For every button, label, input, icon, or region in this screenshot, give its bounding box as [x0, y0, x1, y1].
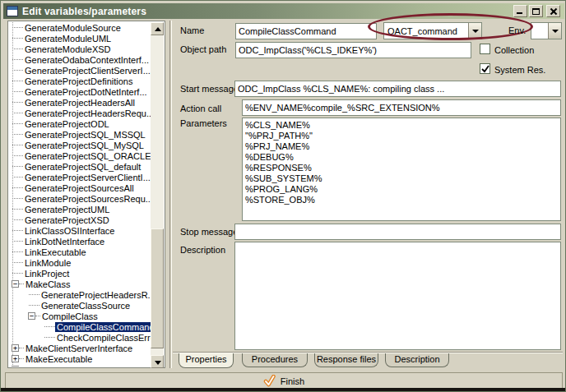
- tree-item-label: GenerateProjectClientServerI...: [23, 66, 151, 76]
- tree-item[interactable]: GenerateProjectHeadersR...: [9, 289, 151, 300]
- tree-item[interactable]: GenerateProjectSourcesRequ...: [9, 193, 151, 204]
- minimize-button[interactable]: [513, 5, 527, 17]
- tree-item[interactable]: GenerateModuleSource: [9, 22, 151, 33]
- tree-item-label: MakeClass: [24, 279, 72, 289]
- tree-item-label: LinkExecutable: [23, 247, 88, 257]
- action-call-input[interactable]: [242, 99, 561, 116]
- collection-checkbox[interactable]: [480, 44, 490, 54]
- tree-item[interactable]: LinkDotNetInterface: [9, 236, 151, 247]
- tree-view: GenerateModuleSourceGenerateModuleUMLGen…: [7, 21, 165, 368]
- tree-item[interactable]: LinkModule: [9, 257, 151, 268]
- expand-icon[interactable]: +: [12, 344, 19, 352]
- tree-item-label: MakeModule: [24, 365, 79, 367]
- tree-item[interactable]: −CompileClass: [9, 311, 151, 321]
- tree-connector: [12, 251, 23, 252]
- expand-icon[interactable]: +: [12, 355, 19, 362]
- env-combo[interactable]: [531, 22, 562, 39]
- tree-item[interactable]: +MakeClientServerInterface: [9, 343, 151, 353]
- tree-connector: [12, 166, 23, 167]
- tree-item[interactable]: GenerateProjectDefinitions: [9, 76, 151, 86]
- tree-item[interactable]: GenerateProjectDotNetInterf...: [9, 86, 151, 97]
- dropdown-arrow-icon[interactable]: [548, 23, 561, 39]
- tree-item[interactable]: GenerateProjectSQL_default: [9, 161, 151, 172]
- panel-splitter[interactable]: [169, 21, 172, 368]
- tree-item[interactable]: GenerateProjectHeadersAll: [9, 97, 151, 108]
- tree-item[interactable]: CompileClassCommand: [9, 321, 151, 332]
- maximize-icon: [532, 8, 540, 15]
- description-label: Description: [180, 245, 225, 255]
- start-message-label: Start message: [180, 84, 239, 94]
- expand-icon[interactable]: +: [12, 366, 19, 367]
- tree-item[interactable]: +MakeExecutable: [9, 353, 151, 364]
- scroll-up-button[interactable]: [151, 22, 164, 35]
- tree-item[interactable]: −MakeClass: [9, 279, 151, 289]
- tab-properties[interactable]: Properties: [179, 353, 234, 368]
- tree-item-label: GenerateProjectSQL_MSSQL: [23, 130, 147, 140]
- tree-connector: [12, 38, 23, 39]
- tree-connector: [12, 91, 23, 92]
- tree-connector: [12, 123, 23, 124]
- system-res-checkbox[interactable]: [480, 63, 490, 74]
- tree-item[interactable]: GenerateClassSource: [9, 300, 151, 311]
- tree-connector: [29, 305, 39, 306]
- tree-item[interactable]: GenerateProjectXSD: [9, 214, 151, 225]
- finish-label: Finish: [281, 376, 304, 386]
- tree-item-label: GenerateProjectHeadersRequ...: [23, 108, 151, 118]
- description-textarea[interactable]: [234, 242, 561, 350]
- tree-item-label: LinkProject: [23, 269, 71, 279]
- tree-item[interactable]: GenerateProjectClientServerI...: [9, 65, 151, 76]
- tree-item[interactable]: CheckCompileClassError: [9, 332, 151, 343]
- tree-item-label: LinkModule: [23, 258, 72, 268]
- tree-item[interactable]: GenerateProjectUML: [9, 204, 151, 214]
- dropdown-arrow-icon[interactable]: [468, 23, 481, 39]
- parameters-label: Parameters: [180, 118, 227, 128]
- tree-item[interactable]: GenerateOdabaContextInterf...: [9, 54, 151, 65]
- tree-item[interactable]: LinkClassOSIInterface: [9, 225, 151, 236]
- stop-message-input[interactable]: [234, 224, 561, 240]
- object-path-input[interactable]: [235, 42, 471, 58]
- collapse-icon[interactable]: −: [12, 280, 19, 288]
- name-label: Name: [180, 25, 204, 35]
- tab-description[interactable]: Description: [385, 353, 449, 367]
- scroll-up-icon: [155, 27, 161, 31]
- tree-scrollbar[interactable]: [151, 22, 164, 368]
- tab-procedures[interactable]: Procedures: [242, 353, 308, 367]
- maximize-button[interactable]: [529, 5, 543, 17]
- tree-connector: [12, 48, 23, 49]
- tree-item-label: GenerateProjectSourcesRequ...: [23, 194, 151, 204]
- tree-connector: [12, 102, 23, 103]
- scroll-down-button[interactable]: [151, 355, 164, 368]
- tab-response-files[interactable]: Response files: [314, 353, 378, 367]
- name-input[interactable]: [235, 23, 377, 39]
- tree-item[interactable]: GenerateProjectHeadersRequ...: [9, 108, 151, 118]
- tree-item-label: GenerateProjectDotNetInterf...: [23, 87, 149, 97]
- tree-connector: [12, 262, 23, 263]
- type-combo[interactable]: OACT_command: [383, 22, 482, 39]
- tree-connector: [12, 113, 23, 113]
- tree-item[interactable]: GenerateProjectSQL_MSSQL: [9, 129, 151, 140]
- finish-button[interactable]: Finish: [5, 372, 563, 390]
- start-message-input[interactable]: [234, 81, 561, 97]
- close-button[interactable]: [546, 5, 560, 17]
- tree-item[interactable]: GenerateModuleUML: [9, 33, 151, 44]
- tree-item[interactable]: LinkExecutable: [9, 247, 151, 257]
- tree-item[interactable]: GenerateProjectSourcesAll: [9, 182, 151, 193]
- tree-item-label: LinkDotNetInterface: [23, 237, 106, 247]
- tree-item[interactable]: LinkProject: [9, 268, 151, 279]
- tree-connector: [12, 198, 23, 199]
- tree-item[interactable]: GenerateProjectODL: [9, 118, 151, 129]
- collapse-icon[interactable]: −: [28, 312, 35, 320]
- parameters-textarea[interactable]: %CLS_NAME% "%PRJ_PATH%" %PRJ_NAME% %DEBU…: [242, 118, 561, 221]
- tree-item[interactable]: +MakeModule: [9, 364, 151, 367]
- tree-item[interactable]: GenerateProjectServerClientI...: [9, 172, 151, 182]
- type-combo-value: OACT_command: [384, 26, 468, 36]
- tree-item-label: CompileClassCommand: [55, 322, 151, 332]
- tree-connector: [12, 70, 23, 71]
- titlebar[interactable]: Edit variables/parameters: [3, 3, 564, 19]
- tree-item[interactable]: GenerateProjectSQL_MySQL: [9, 140, 151, 150]
- tree-item[interactable]: GenerateProjectSQL_ORACLE: [9, 150, 151, 161]
- tree-connector: [12, 241, 23, 242]
- tree-item[interactable]: GenerateModuleXSD: [9, 44, 151, 54]
- scrollbar-thumb[interactable]: [151, 228, 164, 348]
- tree-connector: [44, 337, 55, 338]
